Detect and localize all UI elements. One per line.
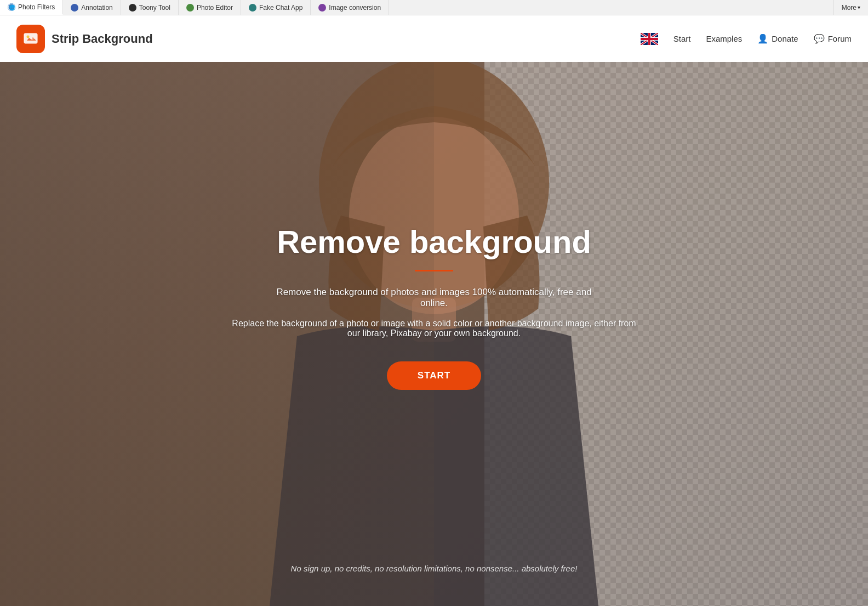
tab-image-conversion[interactable]: Image conversion <box>311 0 389 15</box>
toony-tool-icon <box>129 4 136 12</box>
nav-forum[interactable]: 💬 Forum <box>814 33 852 44</box>
svg-rect-2 <box>24 33 37 43</box>
annotation-icon <box>71 4 78 12</box>
nav-donate[interactable]: 👤 Donate <box>757 33 798 44</box>
nav-donate-label: Donate <box>772 34 798 43</box>
start-button[interactable]: START <box>387 361 481 390</box>
nav-right: Start Examples 👤 Donate 💬 Forum <box>641 33 852 45</box>
hero-content: Remove background Remove the background … <box>0 62 868 606</box>
nav-examples[interactable]: Examples <box>706 34 742 43</box>
language-flag[interactable] <box>641 33 658 45</box>
svg-text:🌐: 🌐 <box>9 4 15 11</box>
nav-start[interactable]: Start <box>673 34 691 43</box>
donate-person-icon: 👤 <box>757 33 768 44</box>
tab-photo-editor-label: Photo Editor <box>197 4 233 12</box>
hero-subtitle2: Replace the background of a photo or ima… <box>226 319 642 338</box>
tab-annotation-label: Annotation <box>81 4 112 12</box>
tab-photo-filters[interactable]: 🌐 Photo Filters <box>0 0 63 15</box>
tab-fake-chat-app[interactable]: Fake Chat App <box>241 0 311 15</box>
photo-filters-icon: 🌐 <box>8 3 15 11</box>
hero-section: Remove background Remove the background … <box>0 62 868 606</box>
tab-toony-tool[interactable]: Toony Tool <box>121 0 179 15</box>
svg-rect-6 <box>33 38 35 39</box>
tab-photo-filters-label: Photo Filters <box>18 3 55 11</box>
tab-annotation[interactable]: Annotation <box>63 0 121 15</box>
photo-editor-icon <box>186 4 194 12</box>
hero-subtitle1: Remove the background of photos and imag… <box>264 287 604 309</box>
tab-more[interactable]: More ▾ <box>833 0 868 15</box>
tab-photo-editor[interactable]: Photo Editor <box>179 0 241 15</box>
logo-area: Strip Background <box>16 25 153 53</box>
svg-point-4 <box>27 35 30 38</box>
logo-title: Strip Background <box>52 32 153 46</box>
hero-divider <box>415 270 453 271</box>
hero-title: Remove background <box>277 223 591 260</box>
image-conversion-icon <box>318 4 326 12</box>
forum-icon: 💬 <box>814 33 825 44</box>
header: Strip Background Start Examples 👤 Donate… <box>0 15 868 62</box>
tab-more-label: More <box>842 4 856 12</box>
hero-bottom-text: No sign up, no credits, no resolution li… <box>291 564 578 573</box>
tab-bar: 🌐 Photo Filters Annotation Toony Tool Ph… <box>0 0 868 15</box>
tab-fake-chat-label: Fake Chat App <box>259 4 302 12</box>
svg-rect-5 <box>31 38 33 40</box>
more-chevron-icon: ▾ <box>858 4 860 10</box>
logo-icon <box>16 25 45 53</box>
tab-toony-tool-label: Toony Tool <box>139 4 170 12</box>
tab-image-conversion-label: Image conversion <box>329 4 381 12</box>
fake-chat-icon <box>249 4 256 12</box>
nav-forum-label: Forum <box>828 34 852 43</box>
